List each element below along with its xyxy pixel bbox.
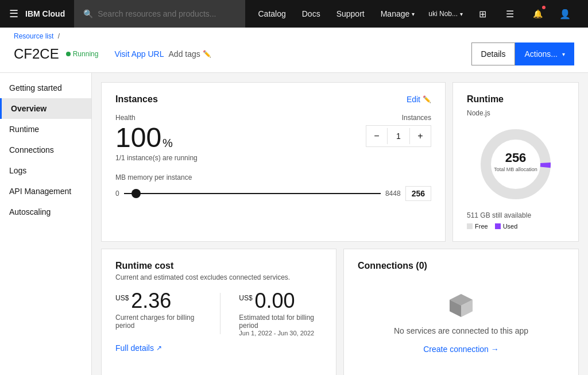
edit-icon: ✏️ <box>203 50 211 58</box>
page-title-row: CF2CE Running Visit App URL Add tags ✏️ … <box>14 42 574 72</box>
health-label: Health <box>115 114 366 122</box>
instances-card: Instances Edit ✏️ Health 100 % 1/1 insta… <box>101 82 446 242</box>
topnav-actions: uki Nob... ▾ ⊞ ☰ 🔔 👤 <box>423 0 579 28</box>
runtime-lang: Node.js <box>467 109 564 117</box>
memory-label: MB memory per instance <box>115 173 431 181</box>
legend-used: Used <box>495 223 518 230</box>
user-icon[interactable]: 👤 <box>551 0 579 28</box>
app-layout: Getting started Overview Runtime Connect… <box>0 73 588 375</box>
instances-control: Instances − 1 + <box>366 114 431 147</box>
cost-estimated: US$ 0.00 Estimated total for billing per… <box>239 291 322 337</box>
instances-stepper: − 1 + <box>366 125 431 147</box>
runtime-title: Runtime <box>467 94 564 105</box>
sidebar-item-logs[interactable]: Logs <box>0 160 91 181</box>
breadcrumb: Resource list / <box>14 32 574 40</box>
estimated-date: Jun 1, 2022 - Jun 30, 2022 <box>239 330 322 337</box>
sidebar-item-autoscaling[interactable]: Autoscaling <box>0 202 91 222</box>
instances-body: Health 100 % 1/1 instance(s) are running… <box>115 114 431 162</box>
nav-catalog[interactable]: Catalog <box>250 0 293 28</box>
status-dot <box>66 52 71 56</box>
row-cost: Runtime cost Current and estimated cost … <box>101 249 579 375</box>
donut-svg: 256 Total MB allocation <box>475 124 556 204</box>
breadcrumb-parent[interactable]: Resource list <box>14 32 53 40</box>
instances-health: Health 100 % 1/1 instance(s) are running <box>115 114 366 162</box>
runtime-legend: Free Used <box>467 223 564 230</box>
svg-text:Total MB allocation: Total MB allocation <box>494 167 537 172</box>
cost-title: Runtime cost <box>115 261 322 271</box>
nav-docs[interactable]: Docs <box>294 0 328 28</box>
row-instances: Instances Edit ✏️ Health 100 % 1/1 insta… <box>101 82 579 242</box>
instances-title: Instances <box>115 94 158 105</box>
health-value: 100 <box>115 124 161 152</box>
account-label: uki Nob... <box>428 10 458 18</box>
memory-section: MB memory per instance 0 8448 256 <box>115 173 431 201</box>
cost-divider <box>220 293 220 334</box>
actions-button[interactable]: Actions... ▾ <box>515 42 574 65</box>
details-button[interactable]: Details <box>471 42 516 65</box>
estimated-currency: US$ <box>239 294 252 302</box>
current-desc: Current charges for billing period <box>115 314 202 330</box>
breadcrumb-separator: / <box>58 32 60 40</box>
edit-pencil-icon: ✏️ <box>423 95 431 103</box>
memory-min: 0 <box>115 190 119 198</box>
search-input[interactable] <box>98 9 236 18</box>
instances-label: Instances <box>402 114 431 122</box>
health-pct: % <box>163 137 173 150</box>
nav-manage[interactable]: Manage ▾ <box>373 0 423 28</box>
external-link-icon: ↗ <box>156 344 162 352</box>
memory-slider-row: 0 8448 256 <box>115 186 431 201</box>
health-sub: 1/1 instance(s) are running <box>115 154 366 162</box>
estimated-desc: Estimated total for billing period <box>239 314 322 330</box>
sidebar-item-overview[interactable]: Overview <box>0 98 91 119</box>
notification-badge <box>542 6 546 9</box>
sidebar-item-connections[interactable]: Connections <box>0 140 91 160</box>
legend-free: Free <box>467 223 488 230</box>
main-content: Instances Edit ✏️ Health 100 % 1/1 insta… <box>92 73 588 375</box>
status-badge: Running <box>66 50 99 58</box>
current-amount: 2.36 <box>131 289 171 312</box>
estimated-amount: 0.00 <box>255 289 295 312</box>
cost-subtitle: Current and estimated cost excludes conn… <box>115 273 322 281</box>
memory-value: 256 <box>405 186 431 201</box>
runtime-available: 511 GB still available <box>467 211 564 219</box>
sidebar: Getting started Overview Runtime Connect… <box>0 73 92 375</box>
account-chevron-icon: ▾ <box>460 11 463 17</box>
increment-button[interactable]: + <box>410 126 431 146</box>
sidebar-item-getting-started[interactable]: Getting started <box>0 78 91 98</box>
list-icon[interactable]: ☰ <box>496 0 524 28</box>
nav-links: Catalog Docs Support Manage ▾ <box>250 0 423 28</box>
svg-text:256: 256 <box>505 150 527 165</box>
hamburger-icon[interactable]: ☰ <box>9 7 18 20</box>
account-switcher[interactable]: uki Nob... ▾ <box>423 0 469 28</box>
instance-count: 1 <box>387 128 410 144</box>
sidebar-item-runtime[interactable]: Runtime <box>0 119 91 140</box>
page-actions: Visit App URL Add tags ✏️ <box>114 49 211 59</box>
edit-link[interactable]: Edit ✏️ <box>407 95 431 104</box>
topnav: ☰ IBM Cloud 🔍 Catalog Docs Support Manag… <box>0 0 588 28</box>
nav-support[interactable]: Support <box>328 0 373 28</box>
page-header: Resource list / CF2CE Running Visit App … <box>0 28 588 73</box>
decrement-button[interactable]: − <box>366 126 387 146</box>
details-actions: Details Actions... ▾ <box>471 42 574 65</box>
cube-icon <box>447 292 475 319</box>
visit-app-url-link[interactable]: Visit App URL <box>114 49 164 59</box>
connections-title: Connections (0) <box>358 261 564 271</box>
create-connection-link[interactable]: Create connection → <box>423 345 499 354</box>
no-connections: No services are connected to this app Cr… <box>358 280 564 365</box>
no-connection-text: No services are connected to this app <box>394 326 528 335</box>
free-dot <box>467 223 473 229</box>
instances-header: Instances Edit ✏️ <box>115 94 431 105</box>
sidebar-item-api-management[interactable]: API Management <box>0 181 91 202</box>
manage-chevron-icon: ▾ <box>412 11 415 17</box>
add-tags-button[interactable]: Add tags ✏️ <box>169 49 211 59</box>
current-currency: US$ <box>115 294 129 302</box>
full-details-link[interactable]: Full details ↗ <box>115 343 322 353</box>
memory-slider[interactable] <box>124 193 381 194</box>
brand-label: IBM Cloud <box>25 9 65 18</box>
cost-row: US$ 2.36 Current charges for billing per… <box>115 291 322 337</box>
connections-card: Connections (0) No services are connecte… <box>343 249 579 375</box>
notifications-icon[interactable]: 🔔 <box>524 0 551 28</box>
search-bar[interactable]: 🔍 <box>74 0 245 28</box>
grid-icon[interactable]: ⊞ <box>469 0 496 28</box>
actions-chevron-icon: ▾ <box>562 51 565 57</box>
